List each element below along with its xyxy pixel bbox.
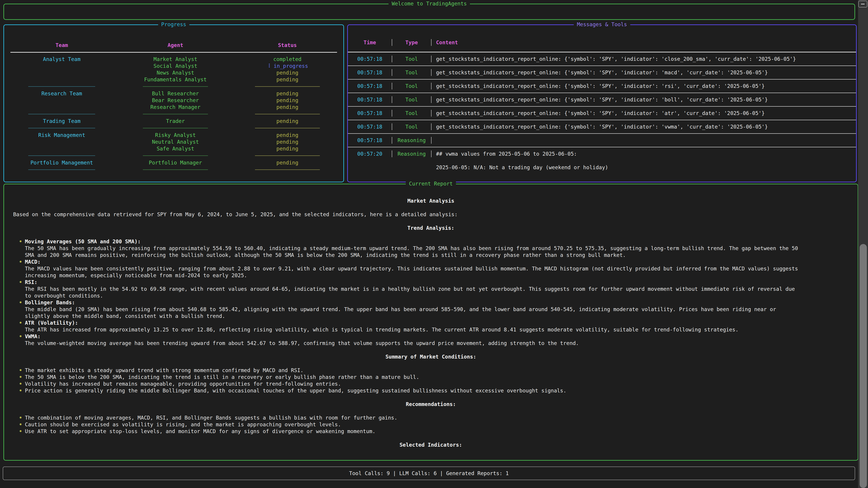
progress-agent-name: Safe Analyst [119,145,231,152]
bullet-text: Volatility has increased but remains man… [25,381,800,387]
progress-row: Analyst TeamMarket Analystcompleted [4,56,343,63]
bullet-text: Caution should be exercised as volatilit… [25,421,800,428]
bullet-icon: • [19,421,22,428]
bullet-text: The RSI has been mostly in the 54.92 to … [25,286,800,299]
message-row: 00:57:18Toolget_stockstats_indicators_re… [348,107,856,120]
bullet-label: VWMA: [25,333,800,340]
progress-status: pending [231,132,343,138]
bullet-text: The ATR has increased from approximately… [25,326,800,333]
progress-team-name: Trading Team [4,118,119,125]
report-section-heading: Recommendations: [13,401,848,408]
separator-line [143,128,208,128]
progress-agent-name: Market Analyst [119,56,231,63]
progress-status: pending [231,159,343,166]
progress-separator-cell [119,152,231,159]
progress-status: pending [231,69,343,76]
report-sections: Trend Analysis:•Moving Averages (50 SMA … [13,225,848,448]
bullet-icon: • [19,428,22,435]
progress-status: pending [231,104,343,110]
report-section-heading: Trend Analysis: [13,225,848,231]
progress-separator-cell [4,83,119,90]
bullet-text: The 50 SMA has been gradually increasing… [25,245,800,258]
bullet-text: The market exhibits a steady upward tren… [25,367,800,374]
progress-agent-name: Fundamentals Analyst [119,76,231,83]
progress-agent-name: Bear Researcher [119,97,231,104]
progress-header-separator [10,52,337,53]
progress-team-name: Portfolio Management [4,159,119,166]
messages-table-header: Time Type Content [348,39,856,46]
stats-text: Tool Calls: 9 | LLM Calls: 6 | Generated… [349,470,508,477]
progress-section-separator [4,152,343,159]
bullet-icon: • [19,387,22,394]
bullet-label: Moving Averages (50 SMA and 200 SMA): [25,238,800,245]
progress-separator-cell [4,125,119,132]
message-time: 00:57:18 [348,83,392,90]
report-bullet-list: •Moving Averages (50 SMA and 200 SMA):Th… [13,238,800,347]
bullet-icon: • [19,374,22,381]
separator-line [255,114,320,114]
bullet-text: Use ATR to set appropriate stop-loss lev… [25,428,800,435]
welcome-title: Welcome to TradingAgents [389,0,470,7]
progress-agent-name: Neutral Analyst [119,138,231,145]
progress-agent-name: News Analyst [119,69,231,76]
message-type: Reasoning [392,137,432,144]
progress-status: pending [231,138,343,145]
progress-section-separator [4,110,343,118]
message-row: 00:57:18Toolget_stockstats_indicators_re… [348,120,856,133]
scroll-top-button[interactable] [858,1,867,7]
messages-panel: Messages & Tools Time Type Content 00:57… [347,24,857,182]
message-type: Reasoning [392,151,432,157]
progress-separator-cell [231,166,343,173]
separator-line [28,86,95,87]
report-bullet: •The 50 SMA is below the 200 SMA, indica… [13,374,800,381]
message-time: 00:57:20 [348,151,392,157]
current-report-panel: Current Report Market Analysis Based on … [3,184,858,461]
report-bullet: •Volatility has increased but remains ma… [13,381,800,387]
report-bullet: •The combination of moving averages, MAC… [13,414,800,421]
message-type: Tool [392,96,432,103]
progress-status: pending [231,97,343,104]
bullet-icon: • [19,367,22,374]
bullet-icon: • [19,414,22,421]
progress-agent-name: Research Manager [119,104,231,110]
report-bullet: •RSI:The RSI has been mostly in the 54.9… [13,279,800,299]
report-section-heading: Summary of Market Conditions: [13,353,848,360]
report-intro: Based on the comprehensive data retrieve… [13,211,848,218]
progress-team-name [4,138,119,145]
message-time: 00:57:18 [348,137,392,144]
separator-line [143,114,208,114]
bullet-text: The middle band (20 SMA) has been rising… [25,306,800,320]
report-bullet: •ATR (Volatility):The ATR has increased … [13,320,800,333]
separator-line [255,169,320,170]
separator-line [28,128,95,128]
progress-row: Risk ManagementRisky Analystpending [4,132,343,138]
progress-team-name [4,76,119,83]
progress-table: Team Agent Status Analyst TeamMarket Ana… [4,25,343,173]
message-row: 00:57:18Toolget_stockstats_indicators_re… [348,66,856,79]
progress-section-separator [4,166,343,173]
stats-bar: Tool Calls: 9 | LLM Calls: 6 | Generated… [3,466,855,480]
scrollbar-thumb[interactable] [860,244,867,488]
progress-table-header: Team Agent Status [4,42,343,48]
spinner-icon: ⠸ [267,63,274,69]
message-row: 00:57:18Reasoning [348,134,856,147]
message-row: 00:57:18Toolget_stockstats_indicators_re… [348,79,856,93]
message-content: get_stockstats_indicators_report_online:… [432,56,856,62]
separator-line [28,169,95,170]
message-type: Tool [392,56,432,62]
report-heading: Market Analysis [13,197,848,204]
progress-team-name: Research Team [4,90,119,97]
progress-row: Research TeamBull Researcherpending [4,90,343,97]
progress-row: Research Managerpending [4,104,343,110]
progress-separator-cell [4,110,119,118]
progress-team-name [4,97,119,104]
progress-row: Neutral Analystpending [4,138,343,145]
progress-panel-title: Progress [158,21,189,28]
message-time: 00:57:18 [348,56,392,62]
bullet-icon: • [19,299,22,306]
report-bullet: •Use ATR to set appropriate stop-loss le… [13,428,800,435]
progress-section-separator [4,125,343,132]
progress-agent-name: Trader [119,118,231,125]
progress-row: Bear Researcherpending [4,97,343,104]
message-content: ## vwma values from 2025-05-06 to 2025-0… [432,151,856,171]
